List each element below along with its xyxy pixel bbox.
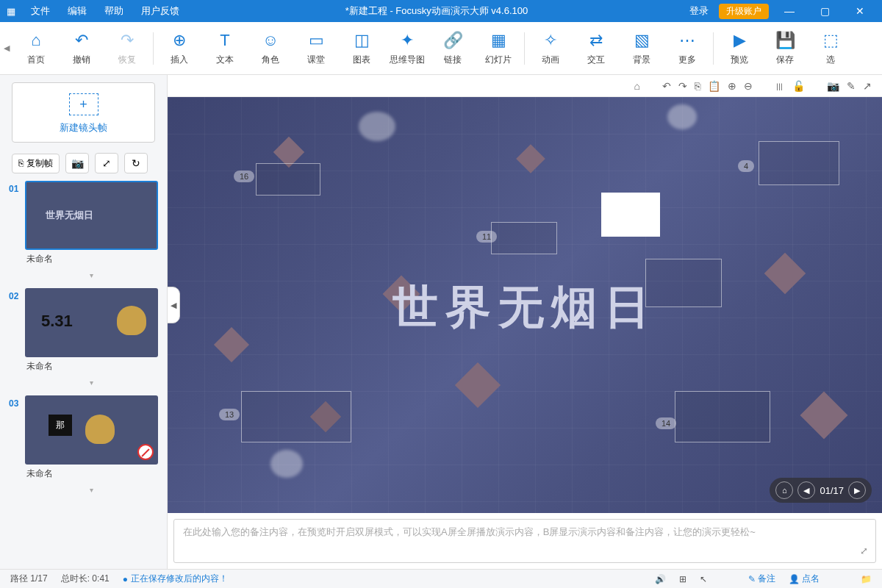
ribbon-预览[interactable]: ▶预览	[717, 30, 762, 66]
ribbon-链接[interactable]: 🔗链接	[430, 30, 476, 66]
menu-item[interactable]: 编辑	[59, 4, 96, 18]
frame-tag[interactable]: 11	[476, 231, 497, 243]
undo-canvas-icon[interactable]: ↶	[662, 80, 671, 92]
thumbnails-list: 01世界无烟日未命名▾025.31未命名▾03那未命名▾	[0, 181, 167, 569]
zoom-out-icon[interactable]: ⊖	[744, 80, 753, 92]
ribbon-separator	[153, 32, 154, 65]
ribbon-文本[interactable]: T文本	[202, 30, 248, 66]
menu-item[interactable]: 文件	[22, 4, 59, 18]
ribbon-交互[interactable]: ⇄交互	[573, 30, 619, 66]
frame-box[interactable]	[675, 391, 770, 442]
nav-prev-icon[interactable]: ◀	[797, 481, 815, 499]
ribbon-icon: ▭	[309, 30, 324, 51]
ribbon-图表[interactable]: ◫图表	[339, 30, 384, 66]
refresh-button[interactable]: ↻	[124, 153, 148, 173]
ribbon-更多[interactable]: ⋯更多	[664, 30, 710, 66]
ribbon-scroll-left[interactable]: ◀	[0, 43, 13, 53]
ribbon-背景[interactable]: ▧背景	[619, 30, 664, 66]
paste-canvas-icon[interactable]: 📋	[708, 80, 720, 92]
menu-item[interactable]: 帮助	[96, 4, 132, 18]
ribbon-幻灯片[interactable]: ▦幻灯片	[476, 30, 521, 66]
frame-box[interactable]	[601, 193, 660, 237]
ribbon-label: 撤销	[73, 54, 90, 66]
ribbon-保存[interactable]: 💾保存	[762, 30, 808, 66]
status-path: 路径 1/17	[10, 573, 48, 585]
ribbon-icon: T	[220, 30, 229, 51]
ribbon-icon: ↷	[121, 30, 134, 51]
ribbon-label: 恢复	[118, 54, 136, 66]
frame-box[interactable]	[256, 163, 320, 196]
canvas-navigator: ⌂ ◀ 01/17 ▶	[770, 478, 872, 503]
copy-canvas-icon[interactable]: ⎘	[695, 80, 700, 92]
ribbon-课堂[interactable]: ▭课堂	[293, 30, 339, 66]
ribbon-icon: ⌂	[31, 30, 40, 51]
thumbnail[interactable]: 世界无烟日	[25, 181, 158, 250]
align-icon[interactable]: ⫼	[775, 80, 785, 92]
home-icon[interactable]: ⌂	[634, 80, 640, 92]
frame-box[interactable]	[645, 259, 722, 307]
snapshot-icon[interactable]: 📷	[827, 80, 839, 92]
decor-blob	[359, 112, 395, 141]
minimize-button[interactable]: —	[775, 5, 804, 17]
nav-next-icon[interactable]: ▶	[848, 481, 866, 499]
upgrade-button[interactable]: 升级账户	[719, 4, 769, 19]
status-grid-icon[interactable]: ⊞	[679, 574, 686, 584]
camera-button[interactable]: 📷	[65, 153, 89, 173]
titlebar: ▦ 文件编辑帮助用户反馈 *新建工程 - Focusky动画演示大师 v4.6.…	[0, 0, 882, 22]
status-likes-button[interactable]: 👤 点名	[789, 573, 820, 585]
ribbon-label: 思维导图	[390, 54, 425, 66]
ribbon-动画[interactable]: ✧动画	[528, 30, 573, 66]
status-notes-button[interactable]: ✎ 备注	[748, 573, 775, 585]
status-cursor-icon[interactable]: ↖	[700, 574, 707, 584]
scan-button[interactable]: ⤢	[95, 153, 118, 173]
ribbon-选[interactable]: ⬚选	[808, 30, 853, 66]
thumb-title: 未命名	[25, 465, 158, 483]
thumbnail[interactable]: 那	[25, 395, 158, 465]
decor-rock	[764, 253, 806, 295]
zoom-in-icon[interactable]: ⊕	[728, 80, 736, 92]
ribbon-首页[interactable]: ⌂首页	[13, 30, 59, 66]
canvas-main-title[interactable]: 世界无烟日	[392, 276, 657, 338]
ribbon-label: 文本	[216, 54, 234, 66]
canvas-area: ⌂ ↶ ↷ ⎘ 📋 ⊕ ⊖ ⫼ 🔓 📷 ✎ ↗ ◀	[168, 75, 882, 569]
export-icon[interactable]: ↗	[863, 80, 872, 92]
edit-icon[interactable]: ✎	[847, 80, 856, 92]
frame-tag[interactable]: 16	[234, 171, 254, 182]
status-speaker-icon[interactable]: 🔊	[655, 574, 666, 584]
new-frame-button[interactable]: + 新建镜头帧	[12, 82, 155, 143]
collapse-sidebar-handle[interactable]: ◀	[168, 287, 180, 323]
status-folder-icon[interactable]: 📁	[861, 574, 872, 584]
canvas[interactable]: ◀ 世界无烟日 16 11 4 13 14	[168, 97, 882, 513]
notes-expand-icon[interactable]: ⤢	[860, 545, 868, 556]
ribbon-label: 预览	[731, 54, 748, 66]
redo-canvas-icon[interactable]: ↷	[678, 80, 687, 92]
ribbon-撤销[interactable]: ↶撤销	[59, 30, 104, 66]
lock-icon[interactable]: 🔓	[792, 80, 805, 92]
thumb-separator: ▾	[25, 379, 158, 387]
ribbon-label: 插入	[171, 54, 188, 66]
login-link[interactable]: 登录	[685, 4, 713, 18]
main-menu: 文件编辑帮助用户反馈	[22, 4, 188, 18]
notes-placeholder: 在此处输入您的备注内容，在预览时开启双屏模式，可以实现A屏全屏播放演示内容，B屏…	[183, 526, 756, 537]
decor-rock	[455, 362, 501, 408]
ribbon-icon: 🔗	[443, 30, 463, 51]
ribbon-思维导图[interactable]: ✦思维导图	[384, 30, 430, 66]
frame-tag[interactable]: 4	[738, 160, 754, 172]
frame-tag[interactable]: 13	[219, 409, 240, 420]
ribbon-icon: ✧	[544, 30, 557, 51]
plus-icon: +	[79, 97, 87, 112]
nav-home-icon[interactable]: ⌂	[775, 481, 793, 499]
notes-panel[interactable]: 在此处输入您的备注内容，在预览时开启双屏模式，可以实现A屏全屏播放演示内容，B屏…	[173, 519, 876, 563]
ribbon-角色[interactable]: ☺角色	[248, 30, 293, 66]
maximize-button[interactable]: ▢	[810, 5, 839, 17]
frame-box[interactable]	[759, 141, 839, 185]
ribbon-插入[interactable]: ⊕插入	[157, 30, 202, 66]
close-button[interactable]: ✕	[845, 5, 875, 17]
thumbnail[interactable]: 5.31	[25, 288, 158, 357]
menu-item[interactable]: 用户反馈	[132, 4, 188, 18]
frames-sidebar: + 新建镜头帧 ⎘ 复制帧 📷 ⤢ ↻ 01世界无烟日未命名▾025.31未命名…	[0, 75, 168, 569]
copy-frame-button[interactable]: ⎘ 复制帧	[12, 154, 60, 173]
frame-box[interactable]	[241, 391, 351, 442]
frame-tag[interactable]: 14	[656, 417, 676, 429]
frame-box[interactable]	[491, 222, 557, 254]
